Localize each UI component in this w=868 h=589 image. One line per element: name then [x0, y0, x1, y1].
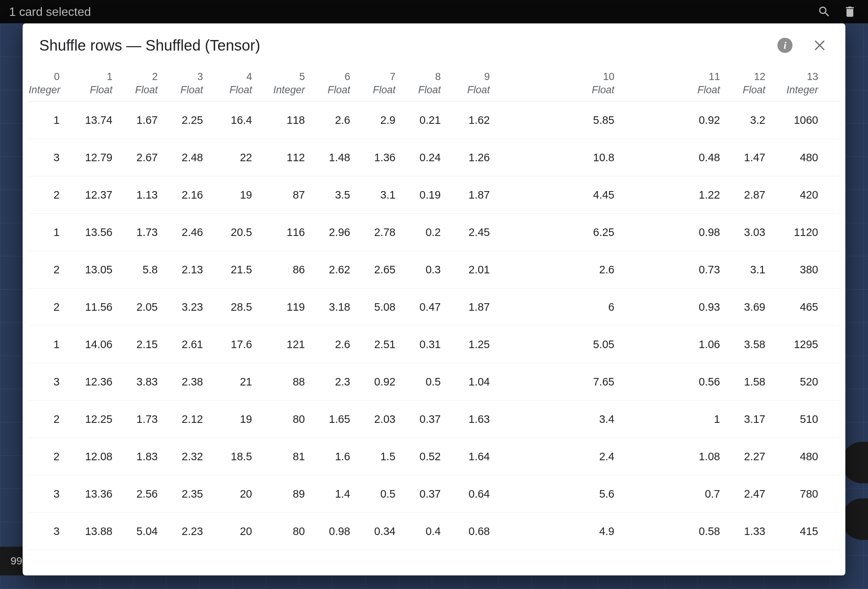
table-cell: 3.23: [165, 301, 210, 313]
table-cell: 2.15: [119, 338, 165, 351]
table-row[interactable]: 312.363.832.3821882.30.920.51.047.650.56…: [29, 363, 839, 401]
column-header[interactable]: 0Integer: [29, 71, 66, 96]
column-header[interactable]: 6Float: [312, 71, 357, 96]
column-header[interactable]: 4Float: [210, 71, 259, 96]
table-cell: 0.98: [312, 525, 357, 538]
column-index: 2: [119, 71, 158, 83]
column-type: Float: [165, 84, 203, 96]
table-cell: 0.34: [357, 525, 402, 538]
tensor-dialog: Shuffle rows — Shuffled (Tensor) i 0Inte…: [23, 23, 845, 575]
column-header[interactable]: 7Float: [357, 71, 402, 96]
selection-count-label: 1 card selected: [9, 5, 91, 19]
table-cell: 2.67: [119, 151, 165, 164]
column-type: Float: [66, 84, 112, 96]
table-cell: 3.1: [357, 189, 402, 201]
table-cell: 121: [259, 338, 312, 351]
table-cell: 480: [772, 450, 825, 463]
column-index: 4: [210, 71, 252, 83]
table-cell: 1295: [772, 338, 825, 351]
column-index: 9: [448, 71, 490, 83]
table-cell: 86: [259, 264, 312, 276]
table-cell: 14.06: [66, 338, 119, 351]
table-cell: 1.33: [727, 525, 772, 538]
column-header[interactable]: 1Float: [66, 71, 119, 96]
table-row[interactable]: 212.371.132.1619873.53.10.191.874.451.22…: [29, 176, 839, 214]
column-type: Float: [621, 84, 720, 96]
table-cell: 3.1: [727, 264, 772, 276]
table-row[interactable]: 113.741.672.2516.41182.62.90.211.625.850…: [29, 102, 839, 139]
column-type: Float: [727, 84, 765, 96]
table-row[interactable]: 113.561.732.4620.51162.962.780.22.456.25…: [29, 214, 839, 251]
table-cell: 2.12: [165, 413, 210, 426]
table-row[interactable]: 312.792.672.48221121.481.360.241.2610.80…: [29, 139, 839, 176]
column-index: 10: [497, 71, 614, 83]
table-cell: 2.65: [357, 264, 402, 276]
table-cell: 6.25: [497, 226, 621, 239]
column-header[interactable]: 10Float: [497, 71, 621, 96]
table-cell: 1120: [772, 226, 825, 239]
table-row[interactable]: 313.362.562.3520891.40.50.370.645.60.72.…: [29, 475, 839, 513]
table-cell: 2.32: [165, 450, 210, 463]
column-header[interactable]: 8Float: [402, 71, 448, 96]
column-type: Integer: [29, 84, 60, 96]
column-header[interactable]: 5Integer: [259, 71, 312, 96]
column-index: 7: [357, 71, 396, 83]
table-cell: 3.2: [727, 114, 772, 126]
table-cell: 520: [772, 376, 825, 388]
column-type: Float: [448, 84, 490, 96]
column-index: 11: [621, 71, 720, 83]
table-cell: 119: [259, 301, 312, 313]
column-header[interactable]: 3Float: [165, 71, 210, 96]
trash-icon[interactable]: [841, 3, 859, 21]
info-icon[interactable]: i: [776, 36, 794, 54]
column-index: 1: [66, 71, 112, 83]
column-header[interactable]: 2Float: [119, 71, 165, 96]
search-icon[interactable]: [815, 3, 833, 21]
column-header[interactable]: 12Float: [727, 71, 772, 96]
table-cell: 2.3: [312, 376, 357, 388]
table-cell: 480: [772, 151, 825, 164]
table-cell: 21: [210, 376, 259, 388]
column-header[interactable]: 11Float: [621, 71, 727, 96]
column-type: Float: [312, 84, 350, 96]
table-cell: 0.37: [402, 488, 448, 500]
table-cell: 3.58: [727, 338, 772, 351]
table-cell: 12.36: [66, 376, 119, 388]
column-index: 5: [259, 71, 305, 83]
table-cell: 12.37: [66, 189, 119, 201]
table-cell: 5.04: [119, 525, 165, 538]
table-row[interactable]: 313.885.042.2320800.980.340.40.684.90.58…: [29, 513, 839, 550]
table-row[interactable]: 212.081.832.3218.5811.61.50.521.642.41.0…: [29, 438, 839, 475]
column-index: 12: [727, 71, 765, 83]
table-cell: 0.5: [402, 376, 448, 388]
table-cell: 20: [210, 525, 259, 538]
table-cell: 2.45: [448, 226, 497, 239]
table-cell: 1.26: [448, 151, 497, 164]
table-cell: 89: [259, 488, 312, 500]
table-cell: 80: [259, 413, 312, 426]
table-cell: 1: [29, 338, 66, 351]
column-header[interactable]: 13Integer: [772, 71, 825, 96]
column-type: Float: [402, 84, 441, 96]
table-cell: 2.46: [165, 226, 210, 239]
table-cell: 3.83: [119, 376, 165, 388]
table-cell: 13.74: [66, 114, 119, 126]
table-cell: 1.06: [621, 338, 727, 351]
table-cell: 5.08: [357, 301, 402, 313]
table-cell: 2.47: [727, 488, 772, 500]
table-row[interactable]: 114.062.152.6117.61212.62.510.311.255.05…: [29, 326, 839, 363]
table-cell: 11.56: [66, 301, 119, 313]
column-type: Float: [357, 84, 396, 96]
column-header[interactable]: 9Float: [448, 71, 497, 96]
table-cell: 0.92: [621, 114, 727, 126]
close-icon[interactable]: [811, 36, 829, 54]
table-cell: 1.25: [448, 338, 497, 351]
table-cell: 510: [772, 413, 825, 426]
table-cell: 28.5: [210, 301, 259, 313]
table-row[interactable]: 212.251.732.1219801.652.030.371.633.413.…: [29, 401, 839, 438]
table-cell: 2.25: [165, 114, 210, 126]
table-cell: 1.58: [727, 376, 772, 388]
table-row[interactable]: 213.055.82.1321.5862.622.650.32.012.60.7…: [29, 251, 839, 288]
table-row[interactable]: 211.562.053.2328.51193.185.080.471.8760.…: [29, 288, 839, 326]
table-cell: 1: [621, 413, 727, 426]
